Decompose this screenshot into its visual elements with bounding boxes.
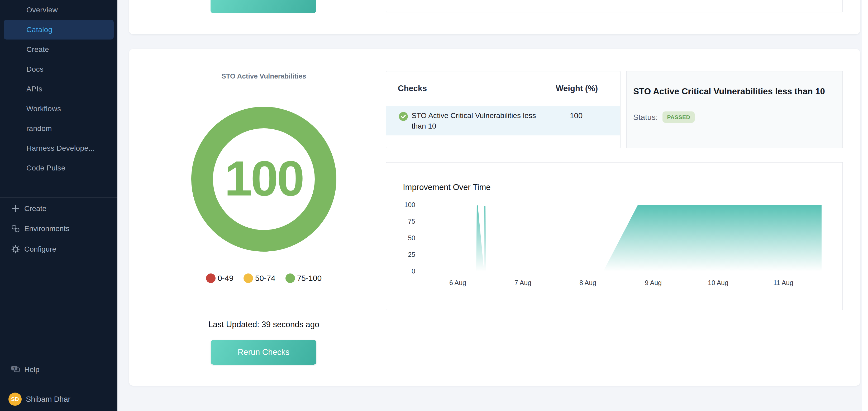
green-dot-icon xyxy=(285,273,295,283)
sidebar-item-label: Create xyxy=(26,45,49,54)
sidebar-action-label: Environments xyxy=(24,225,69,233)
gauge-title: STO Active Vulnerabilities xyxy=(185,72,343,80)
sidebar-help-label: Help xyxy=(24,366,39,374)
help-chat-icon: ? xyxy=(10,365,21,375)
legend-item-medium: 50-74 xyxy=(244,273,275,283)
check-circle-icon xyxy=(399,112,408,121)
sidebar-item-random[interactable]: random xyxy=(4,118,114,138)
sidebar-nav: Overview Catalog Create Docs APIs Workfl… xyxy=(0,0,117,178)
plus-icon xyxy=(10,204,21,214)
check-name: STO Active Critical Vulnerabilities less… xyxy=(411,110,548,132)
sidebar-action-create[interactable]: Create xyxy=(0,199,117,219)
sidebar-item-code-pulse[interactable]: Code Pulse xyxy=(4,158,114,178)
score-legend: 0-49 50-74 75-100 xyxy=(185,273,343,283)
rerun-checks-button[interactable]: Rerun Checks xyxy=(211,340,316,365)
sidebar-item-label: Catalog xyxy=(26,26,53,34)
sidebar-item-docs[interactable]: Docs xyxy=(4,59,114,79)
svg-text:?: ? xyxy=(13,366,16,370)
area-chart-plot xyxy=(416,203,838,272)
sidebar-item-label: Harness Develope... xyxy=(26,144,95,152)
legend-label: 75-100 xyxy=(297,274,321,283)
check-table-row[interactable]: STO Active Critical Vulnerabilities less… xyxy=(386,106,620,135)
sidebar-item-create[interactable]: Create xyxy=(4,39,114,59)
previous-panel-fragment xyxy=(386,0,843,12)
x-axis-tick: 6 Aug xyxy=(439,279,476,287)
legend-item-high: 75-100 xyxy=(285,273,321,283)
sidebar-action-environments[interactable]: Environments xyxy=(0,219,117,239)
y-axis-tick: 25 xyxy=(390,250,415,259)
checks-panel: Checks Weight (%) STO Active Critical Vu… xyxy=(386,71,621,148)
chart-title: Improvement Over Time xyxy=(403,182,491,192)
sidebar-action-label: Configure xyxy=(24,245,56,253)
scrollbar-track[interactable] xyxy=(862,0,868,411)
sidebar-item-label: Code Pulse xyxy=(26,164,65,172)
sidebar-item-label: Workflows xyxy=(26,105,61,113)
avatar: SD xyxy=(8,392,22,406)
check-detail-panel: STO Active Critical Vulnerabilities less… xyxy=(626,71,843,148)
sidebar-item-label: APIs xyxy=(26,85,42,93)
sidebar-action-configure[interactable]: Configure xyxy=(0,239,117,259)
area-spike-1 xyxy=(476,205,484,271)
y-axis-tick: 100 xyxy=(390,201,415,209)
y-axis-tick: 75 xyxy=(390,217,415,225)
sidebar-item-label: Docs xyxy=(26,65,43,73)
weight-column-header: Weight (%) xyxy=(556,84,598,93)
avatar-initials: SD xyxy=(11,396,19,402)
y-axis-tick: 0 xyxy=(390,267,415,275)
checks-table-header: Checks Weight (%) xyxy=(386,71,620,106)
sidebar-item-apis[interactable]: APIs xyxy=(4,79,114,99)
rerun-checks-label: Rerun Checks xyxy=(238,347,289,357)
score-gauge: 100 xyxy=(191,107,336,251)
legend-item-low: 0-49 xyxy=(206,273,234,283)
sidebar-action-label: Create xyxy=(24,204,46,213)
area-spike-2 xyxy=(485,206,486,271)
sidebar-item-overview[interactable]: Overview xyxy=(4,0,114,20)
previous-scorecard-card xyxy=(129,0,860,34)
sidebar-divider xyxy=(0,197,117,198)
score-value: 100 xyxy=(224,153,303,203)
area-plateau xyxy=(603,205,822,271)
sidebar-item-workflows[interactable]: Workflows xyxy=(4,99,114,118)
check-weight-value: 100 xyxy=(548,110,604,120)
sidebar-item-label: Overview xyxy=(26,6,58,14)
status-row: Status: PASSED xyxy=(633,111,695,123)
sidebar-item-harness-developer[interactable]: Harness Develope... xyxy=(4,138,114,158)
checks-column-header: Checks xyxy=(398,84,427,93)
x-axis-tick: 11 Aug xyxy=(765,279,802,287)
sidebar-item-label: random xyxy=(26,124,52,133)
red-dot-icon xyxy=(206,273,216,283)
user-name: Shibam Dhar xyxy=(26,395,70,404)
legend-label: 0-49 xyxy=(218,274,234,283)
sidebar-help[interactable]: ? Help xyxy=(0,359,117,380)
previous-rerun-button-fragment[interactable] xyxy=(211,0,316,13)
x-axis-tick: 7 Aug xyxy=(504,279,541,287)
check-detail-title: STO Active Critical Vulnerabilities less… xyxy=(633,87,834,96)
improvement-chart-panel: Improvement Over Time 100 75 50 25 0 6 A… xyxy=(386,162,843,310)
status-label: Status: xyxy=(633,113,658,122)
sidebar-item-catalog[interactable]: Catalog xyxy=(4,20,114,39)
sidebar: Overview Catalog Create Docs APIs Workfl… xyxy=(0,0,117,411)
hexagons-icon xyxy=(10,224,21,234)
legend-label: 50-74 xyxy=(255,274,275,283)
scorecard-card: STO Active Vulnerabilities 100 0-49 50-7… xyxy=(129,49,860,386)
last-updated-text: Last Updated: 39 seconds ago xyxy=(185,320,343,329)
x-axis-tick: 8 Aug xyxy=(569,279,606,287)
sidebar-divider xyxy=(0,357,117,357)
status-badge: PASSED xyxy=(662,111,695,123)
x-axis-tick: 9 Aug xyxy=(635,279,672,287)
yellow-dot-icon xyxy=(244,273,253,283)
x-axis-tick: 10 Aug xyxy=(700,279,737,287)
gear-icon xyxy=(10,244,21,254)
user-menu[interactable]: SD Shibam Dhar xyxy=(0,389,117,409)
y-axis-tick: 50 xyxy=(390,234,415,242)
